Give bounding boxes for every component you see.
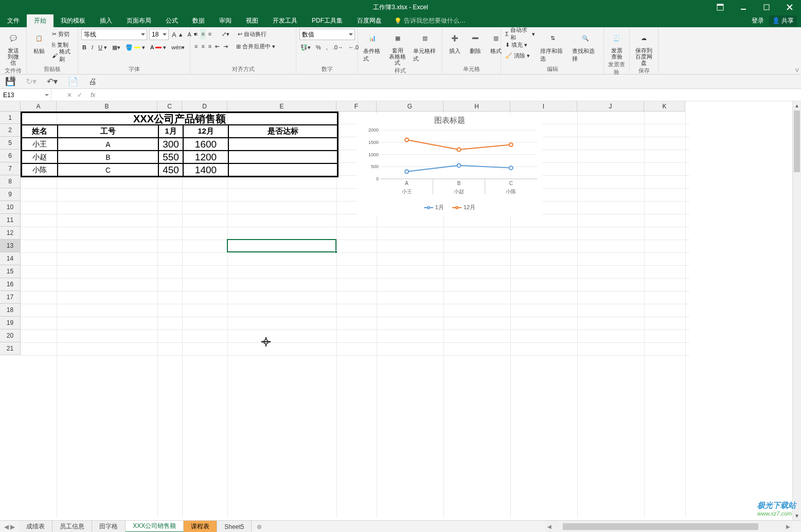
table-cell[interactable]: 1400 (183, 163, 228, 176)
cond-format-button[interactable]: 📊条件格式 (361, 29, 384, 64)
ribbon-options-icon[interactable] (708, 0, 732, 14)
wrap-button[interactable]: ↩自动换行 (237, 29, 268, 39)
tab-insert[interactable]: 插入 (93, 14, 119, 27)
row-head-20[interactable]: 20 (0, 329, 21, 342)
row-head-10[interactable]: 10 (0, 201, 21, 214)
sort-button[interactable]: ⇅排序和筛选 (538, 29, 568, 64)
invoice-button[interactable]: 🧾发票 查验 (607, 29, 626, 61)
border-button[interactable]: ▦▾ (111, 42, 121, 52)
row-head-16[interactable]: 16 (0, 278, 21, 291)
row-head-15[interactable]: 15 (0, 265, 21, 278)
table-cell[interactable] (228, 138, 337, 151)
row-head-14[interactable]: 14 (0, 252, 21, 265)
table-header[interactable]: 12月 (183, 125, 228, 138)
row-head-6[interactable]: 6 (0, 150, 21, 162)
print-button[interactable]: 🖨 (88, 77, 97, 86)
table-cell[interactable]: 1200 (183, 151, 228, 163)
tab-data[interactable]: 数据 (185, 14, 212, 27)
inc-decimal-button[interactable]: .0→ (332, 42, 344, 52)
paste-button[interactable]: 📋粘贴 (30, 29, 49, 56)
font-size-select[interactable]: 18 (149, 29, 169, 40)
delete-cells-button[interactable]: ➖删除 (466, 29, 485, 56)
italic-button[interactable]: I (91, 42, 94, 52)
table-cell[interactable]: 550 (158, 151, 183, 163)
cell-style-button[interactable]: ▥单元格样式 (411, 29, 439, 64)
sheet-tab-3[interactable]: XXX公司销售额 (126, 521, 184, 532)
find-button[interactable]: 🔍查找和选择 (570, 29, 600, 64)
collapse-ribbon-icon[interactable]: ᐯ (795, 67, 799, 73)
row-head-17[interactable]: 17 (0, 291, 21, 304)
add-sheet-button[interactable]: ⊕ (252, 521, 267, 532)
phonetic-button[interactable]: wén▾ (170, 42, 186, 52)
cut-button[interactable]: ✂剪切 (51, 29, 75, 39)
comma-button[interactable]: , (325, 42, 329, 52)
tab-templates[interactable]: 我的模板 (54, 14, 93, 27)
table-cell[interactable]: C (58, 163, 158, 176)
tab-layout[interactable]: 页面布局 (119, 14, 158, 27)
minimize-icon[interactable] (732, 0, 755, 14)
table-title[interactable]: XXX公司产品销售额 (22, 113, 337, 125)
row-head-19[interactable]: 19 (0, 317, 21, 329)
indent-inc-button[interactable]: ⇥ (222, 41, 229, 51)
table-header[interactable]: 工号 (58, 125, 158, 138)
tab-home[interactable]: 开始 (27, 14, 54, 27)
clear-button[interactable]: 🧹清除▾ (504, 50, 536, 61)
chart[interactable]: 图表标题0500100015002000A小王B小赵C小陈1月12月 (357, 114, 542, 216)
row-head-2[interactable]: 2 (0, 124, 21, 137)
col-head-F[interactable]: F (336, 101, 377, 112)
row-head-7[interactable]: 7 (0, 162, 21, 175)
select-all-corner[interactable] (0, 101, 21, 112)
fill-button[interactable]: ⬇填充▾ (504, 40, 536, 50)
font-color-button[interactable]: A▾ (149, 42, 167, 52)
fx-icon[interactable]: fx (87, 91, 98, 99)
col-head-B[interactable]: B (57, 101, 157, 112)
sheet-tab-2[interactable]: 田字格 (92, 521, 126, 532)
row-head-13[interactable]: 13 (0, 240, 21, 252)
row-head-9[interactable]: 9 (0, 188, 21, 201)
col-head-D[interactable]: D (182, 101, 227, 112)
accounting-button[interactable]: 💱▾ (299, 42, 312, 52)
table-cell[interactable]: 1600 (183, 138, 228, 151)
col-head-C[interactable]: C (157, 101, 182, 112)
row-head-5[interactable]: 5 (0, 137, 21, 150)
table-cell[interactable]: 450 (158, 163, 183, 176)
tab-formulas[interactable]: 公式 (158, 14, 185, 27)
tab-developer[interactable]: 开发工具 (265, 14, 305, 27)
align-center-button[interactable]: ≡ (200, 41, 205, 51)
share-button[interactable]: 👤 共享 (769, 15, 797, 26)
align-middle-button[interactable]: ≡ (200, 29, 205, 39)
scroll-up-icon[interactable]: ▲ (793, 101, 801, 110)
sheet-tab-4[interactable]: 课程表 (184, 521, 217, 532)
close-icon[interactable] (778, 0, 801, 14)
align-left-button[interactable]: ≡ (193, 41, 199, 51)
tab-baidu[interactable]: 百度网盘 (350, 14, 389, 27)
fill-color-button[interactable]: 🪣▾ (124, 42, 146, 52)
tab-review[interactable]: 审阅 (212, 14, 239, 27)
table-header[interactable]: 1月 (158, 125, 183, 138)
table-header[interactable]: 是否达标 (228, 125, 337, 138)
row-head-21[interactable]: 21 (0, 342, 21, 355)
indent-dec-button[interactable]: ⇤ (214, 41, 221, 51)
tab-pdf[interactable]: PDF工具集 (305, 14, 350, 27)
col-head-A[interactable]: A (21, 101, 57, 112)
row-head-11[interactable]: 11 (0, 214, 21, 227)
vertical-scrollbar[interactable]: ▲ ▼ (792, 101, 801, 520)
print-preview-button[interactable]: 📄 (68, 77, 78, 86)
login-link[interactable]: 登录 (752, 16, 764, 25)
col-head-H[interactable]: H (443, 101, 510, 112)
table-format-button[interactable]: ▦套用 表格格式 (386, 29, 410, 67)
col-head-J[interactable]: J (577, 101, 644, 112)
tab-view[interactable]: 视图 (239, 14, 265, 27)
worksheet-grid[interactable]: ABCDEFGHIJK 1256789101112131415161718192… (0, 101, 801, 520)
insert-cells-button[interactable]: ➕插入 (446, 29, 464, 56)
table-cell[interactable] (228, 151, 337, 163)
row-head-1[interactable]: 1 (0, 112, 21, 124)
sheet-tab-5[interactable]: Sheet5 (217, 521, 252, 532)
grow-font-button[interactable]: A▲ (171, 29, 184, 40)
undo-button[interactable]: ↶▾ (47, 77, 58, 86)
sheet-tab-0[interactable]: 成绩表 (19, 521, 52, 532)
bold-button[interactable]: B (81, 42, 87, 52)
align-top-button[interactable]: ≡ (193, 29, 199, 39)
col-head-I[interactable]: I (510, 101, 577, 112)
vscroll-thumb[interactable] (794, 111, 800, 172)
